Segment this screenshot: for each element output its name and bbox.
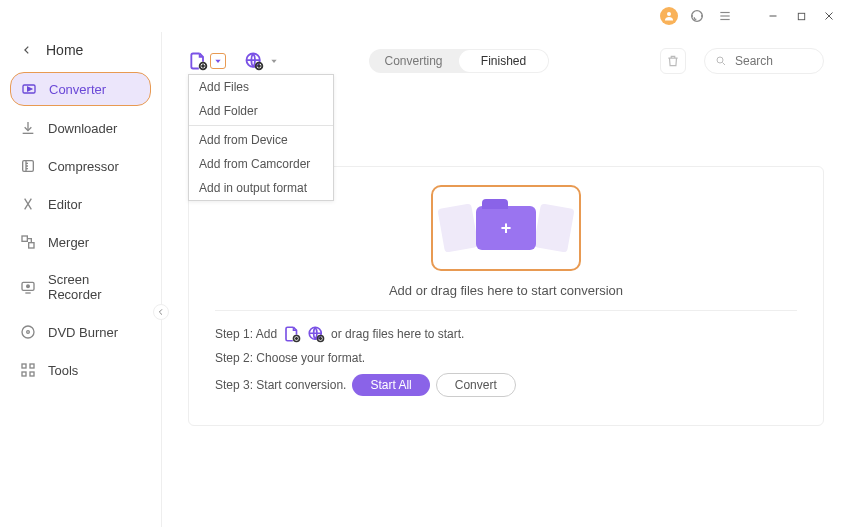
sidebar-item-label: Editor [48,197,82,212]
svg-point-17 [27,331,30,334]
add-url-button[interactable] [244,51,264,71]
dropdown-item-add-output-format[interactable]: Add in output format [189,176,333,200]
sidebar-item-label: Merger [48,235,89,250]
dropdown-item-add-files[interactable]: Add Files [189,75,333,99]
home-nav[interactable]: Home [0,34,161,72]
svg-rect-18 [22,364,26,368]
step-3-label: Step 3: Start conversion. [215,378,346,392]
sidebar-item-merger[interactable]: Merger [10,226,151,258]
add-file-dropdown-toggle[interactable] [210,53,226,69]
search-input[interactable] [735,54,813,68]
tab-segment: Converting Finished [369,49,549,73]
sidebar-item-tools[interactable]: Tools [10,354,151,386]
close-icon[interactable] [820,7,838,25]
titlebar [0,0,850,32]
sidebar-item-label: DVD Burner [48,325,118,340]
maximize-icon[interactable] [792,7,810,25]
step-1-label-b: or drag files here to start. [331,327,464,341]
svg-marker-10 [28,87,32,91]
compressor-icon [20,158,36,174]
avatar[interactable] [660,7,678,25]
add-file-button[interactable] [188,51,208,71]
ghost-card-icon [437,203,478,252]
sidebar-item-screen-recorder[interactable]: Screen Recorder [10,264,151,310]
ghost-card-icon [533,203,574,252]
dropdown-item-add-camcorder[interactable]: Add from Camcorder [189,152,333,176]
sidebar-item-dvd-burner[interactable]: DVD Burner [10,316,151,348]
sidebar-item-label: Converter [49,82,106,97]
home-label: Home [46,42,83,58]
menu-icon[interactable] [716,7,734,25]
sidebar: Home Converter Downloader Compressor Ed [0,32,162,527]
step-1-row: Step 1: Add or drag files here to start. [215,325,797,343]
sidebar-item-converter[interactable]: Converter [10,72,151,106]
dropzone-card: + Add or drag files here to start conver… [188,166,824,426]
step-3-row: Step 3: Start conversion. Start All Conv… [215,373,797,397]
support-icon[interactable] [688,7,706,25]
chevron-down-icon[interactable] [270,57,278,65]
sidebar-item-editor[interactable]: Editor [10,188,151,220]
svg-rect-19 [30,364,34,368]
svg-point-16 [22,326,34,338]
svg-rect-21 [30,372,34,376]
sidebar-item-label: Screen Recorder [48,272,141,302]
minimize-icon[interactable] [764,7,782,25]
svg-marker-26 [271,60,276,63]
svg-marker-23 [215,60,220,63]
svg-rect-6 [798,13,804,19]
converter-icon [21,81,37,97]
start-all-button[interactable]: Start All [352,374,429,396]
add-url-icon[interactable] [307,325,325,343]
tab-finished[interactable]: Finished [459,50,548,72]
clear-button[interactable] [660,48,686,74]
svg-point-0 [667,12,671,16]
toolbar: Converting Finished [188,46,824,76]
sidebar-item-label: Downloader [48,121,117,136]
step-2-row: Step 2: Choose your format. [215,351,797,365]
search-icon [715,55,727,67]
svg-line-28 [723,63,726,66]
back-icon [22,45,32,55]
folder-icon: + [476,206,536,250]
steps-panel: Step 1: Add or drag files here to start.… [215,310,797,397]
svg-point-27 [717,57,723,63]
sidebar-item-compressor[interactable]: Compressor [10,150,151,182]
dvd-burner-icon [20,324,36,340]
dropdown-item-add-device[interactable]: Add from Device [189,128,333,152]
dropzone-text: Add or drag files here to start conversi… [215,283,797,298]
sidebar-item-label: Compressor [48,159,119,174]
add-file-icon[interactable] [283,325,301,343]
svg-point-15 [27,285,30,288]
step-2-label: Step 2: Choose your format. [215,351,365,365]
dropdown-item-add-folder[interactable]: Add Folder [189,99,333,123]
svg-rect-20 [22,372,26,376]
add-dropdown-menu: Add Files Add Folder Add from Device Add… [188,74,334,201]
tools-icon [20,362,36,378]
sidebar-item-label: Tools [48,363,78,378]
sidebar-item-downloader[interactable]: Downloader [10,112,151,144]
svg-point-1 [692,11,703,22]
merger-icon [20,234,36,250]
search-box[interactable] [704,48,824,74]
plus-icon: + [501,218,512,239]
step-1-label-a: Step 1: Add [215,327,277,341]
dropzone[interactable]: + [431,185,581,271]
convert-button[interactable]: Convert [436,373,516,397]
svg-rect-13 [29,243,34,248]
screen-recorder-icon [20,279,36,295]
svg-rect-12 [22,236,27,241]
tab-converting[interactable]: Converting [369,49,458,73]
main-panel: Converting Finished Add Files Add Folder [162,32,850,527]
editor-icon [20,196,36,212]
downloader-icon [20,120,36,136]
